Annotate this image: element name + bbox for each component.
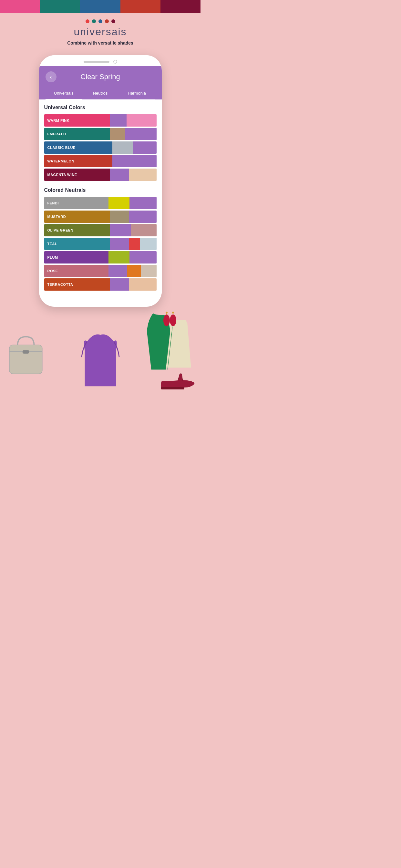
top-strip xyxy=(160,0,201,13)
color-bar-segment xyxy=(86,197,109,209)
universal-colors-title: Universal Colors xyxy=(44,104,157,111)
decoration-area xyxy=(0,307,201,397)
color-bar-segment xyxy=(109,251,129,264)
notch-circle xyxy=(113,60,117,64)
top-strip xyxy=(120,0,160,13)
color-bar-row[interactable]: TEAL xyxy=(44,238,157,250)
color-bar-row[interactable]: FENDI xyxy=(44,197,157,209)
color-bar-row[interactable]: WATERMELON xyxy=(44,155,157,167)
colored-neutrals-list: FENDIMUSTARDOLIVE GREENTEALPLUMROSETERRA… xyxy=(44,197,157,290)
color-bar-label: MAGENTA WINE xyxy=(44,168,86,181)
color-bar-label: TEAL xyxy=(44,238,86,250)
top-strips xyxy=(0,0,201,13)
color-bar-row[interactable]: MAGENTA WINE xyxy=(44,168,157,181)
color-bar-segment xyxy=(110,168,129,181)
top-decoration xyxy=(78,333,123,391)
brand-name: universais xyxy=(0,26,201,38)
phone-notch xyxy=(39,55,162,66)
color-bar-segment xyxy=(86,251,109,264)
color-bar-segment xyxy=(109,265,127,277)
color-bar-segment xyxy=(86,224,110,237)
app-content: Universal Colors WARM PINKEMERALDCLASSIC… xyxy=(39,99,162,297)
svg-point-7 xyxy=(163,314,170,326)
top-strip xyxy=(0,0,40,13)
bag-decoration xyxy=(3,333,49,378)
color-bar-row[interactable]: WARM PINK xyxy=(44,114,157,127)
color-bar-row[interactable]: OLIVE GREEN xyxy=(44,224,157,237)
color-bar-segment xyxy=(133,142,157,154)
top-strip xyxy=(40,0,80,13)
brand-dot xyxy=(105,20,109,23)
color-bar-label: FENDI xyxy=(44,197,86,209)
color-bar-segment xyxy=(125,128,156,140)
app-tab-universais[interactable]: Universais xyxy=(45,88,82,99)
color-bar-segment xyxy=(86,155,112,167)
brand-dot xyxy=(98,20,102,23)
color-bar-segment xyxy=(86,211,110,223)
app-tab-harmonia[interactable]: Harmonia xyxy=(119,88,155,99)
color-bar-segment xyxy=(110,278,129,290)
svg-rect-4 xyxy=(161,387,184,390)
earrings-decoration xyxy=(162,310,178,336)
color-bar-segment xyxy=(110,114,127,127)
color-bar-segment xyxy=(86,265,109,277)
color-bar-segment xyxy=(129,278,157,290)
color-bar-row[interactable]: MUSTARD xyxy=(44,211,157,223)
brand-dot xyxy=(112,20,115,23)
brand-dot xyxy=(92,20,96,23)
shoes-decoration xyxy=(158,371,197,394)
svg-rect-0 xyxy=(9,345,42,374)
color-bar-segment xyxy=(110,238,129,250)
color-bar-segment xyxy=(110,224,131,237)
color-bar-segment xyxy=(129,211,157,223)
color-bar-segment xyxy=(112,142,133,154)
color-bar-segment xyxy=(129,238,140,250)
notch-pill xyxy=(84,61,110,63)
color-bar-segment xyxy=(86,128,110,140)
app-tab-neutros[interactable]: Neutros xyxy=(82,88,119,99)
color-bar-row[interactable]: TERRACOTTA xyxy=(44,278,157,290)
color-bar-segment xyxy=(109,197,129,209)
color-bar-label: EMERALD xyxy=(44,128,86,140)
color-bar-segment xyxy=(86,114,110,127)
brand-tagline: Combine with versatile shades xyxy=(0,40,201,45)
svg-point-6 xyxy=(172,312,174,314)
phone-wrapper: ‹ Clear Spring UniversaisNeutrosHarmonia… xyxy=(0,49,201,307)
svg-point-8 xyxy=(170,314,176,326)
color-bar-segment xyxy=(140,238,156,250)
color-bar-segment xyxy=(86,278,110,290)
color-bar-label: WARM PINK xyxy=(44,114,86,127)
back-button[interactable]: ‹ xyxy=(45,71,57,82)
color-bar-segment xyxy=(86,142,112,154)
color-bar-row[interactable]: EMERALD xyxy=(44,128,157,140)
top-strip xyxy=(80,0,120,13)
color-bar-segment xyxy=(131,224,157,237)
app-header: ‹ Clear Spring UniversaisNeutrosHarmonia xyxy=(39,66,162,99)
color-bar-label: PLUM xyxy=(44,251,86,264)
brand-dots xyxy=(0,20,201,23)
color-bar-segment xyxy=(110,128,125,140)
color-bar-segment xyxy=(112,155,157,167)
phone-mockup: ‹ Clear Spring UniversaisNeutrosHarmonia… xyxy=(39,55,162,307)
color-bar-segment xyxy=(129,251,156,264)
color-bar-label: OLIVE GREEN xyxy=(44,224,86,237)
brand-dot xyxy=(86,20,89,23)
svg-rect-2 xyxy=(23,350,29,353)
color-bar-row[interactable]: ROSE xyxy=(44,265,157,277)
color-bar-segment xyxy=(129,197,156,209)
color-bar-label: WATERMELON xyxy=(44,155,86,167)
color-bar-label: ROSE xyxy=(44,265,86,277)
color-bar-segment xyxy=(127,114,157,127)
app-tabs: UniversaisNeutrosHarmonia xyxy=(45,88,155,99)
app-header-top: ‹ Clear Spring xyxy=(45,71,155,82)
svg-point-5 xyxy=(166,312,167,314)
color-bar-segment xyxy=(110,211,129,223)
color-bar-segment xyxy=(86,168,110,181)
color-bar-label: TERRACOTTA xyxy=(44,278,86,290)
universal-colors-list: WARM PINKEMERALDCLASSIC BLUEWATERMELONMA… xyxy=(44,114,157,181)
color-bar-row[interactable]: CLASSIC BLUE xyxy=(44,142,157,154)
color-bar-row[interactable]: PLUM xyxy=(44,251,157,264)
color-bar-segment xyxy=(127,265,141,277)
brand-section: universais Combine with versatile shades xyxy=(0,13,201,49)
color-bar-segment xyxy=(129,168,157,181)
